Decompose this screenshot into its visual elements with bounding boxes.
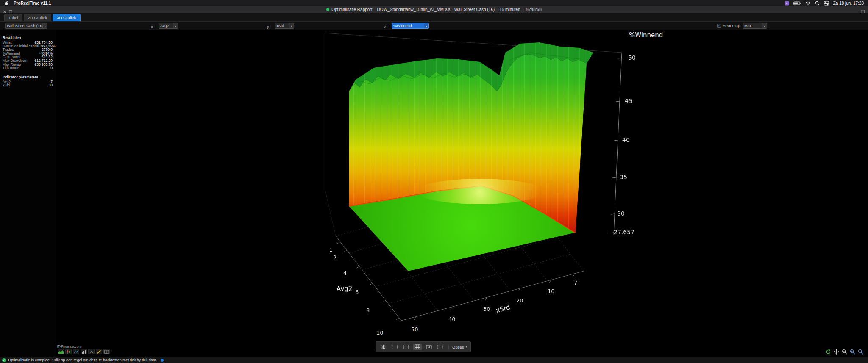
x-tick: 1 — [329, 247, 333, 253]
y-tick: 40 — [448, 316, 456, 322]
y-axis-value: xStd — [276, 24, 289, 28]
z-axis-title: %Winnend — [629, 31, 663, 39]
z-tick: 45 — [625, 97, 632, 104]
controls-bar: Wall Street Cash (1€) ▾ x : Avg2 ▾ y : x… — [0, 22, 868, 30]
y-axis-select[interactable]: xStd ▾ — [275, 23, 294, 29]
heatmap-mode-select[interactable]: Max ▾ — [743, 23, 767, 29]
snapshot-icon[interactable] — [425, 344, 433, 350]
success-check-icon: ✓ — [2, 358, 6, 362]
results-list: Winst €52 734,50 Return on initial capit… — [0, 41, 56, 70]
y-tick: 50 — [411, 326, 418, 333]
instrument-select[interactable]: Wall Street Cash (1€) ▾ — [5, 23, 47, 29]
grid-view-icon[interactable] — [413, 344, 422, 350]
x-axis-value: Avg2 — [160, 24, 173, 28]
heatmap-checkbox-label: Heat map — [723, 23, 740, 28]
result-row: xStd 38 — [0, 83, 56, 87]
tab-bar: Tabel 2D Grafiek 3D Grafiek — [0, 13, 868, 22]
zoom-in-icon[interactable] — [849, 349, 856, 355]
z-axis-value: %Winnend — [393, 24, 424, 28]
window-title: Optimalisatie Rapport – DOW_Standartabw_… — [331, 7, 541, 12]
result-value: €36 930,70 — [34, 63, 53, 67]
params-title: Indicator parameters — [0, 75, 56, 79]
line-chart-icon[interactable] — [73, 349, 79, 354]
control-center-icon[interactable] — [824, 1, 829, 6]
selection-zoom-icon[interactable] — [436, 344, 445, 350]
y-tick: 20 — [516, 297, 523, 304]
y-tick: 10 — [548, 288, 555, 294]
z-floor-tick: 27.657 — [614, 229, 634, 236]
text-tool-icon[interactable]: A — [88, 349, 95, 354]
wifi-icon[interactable] — [805, 1, 811, 6]
bar-chart-icon[interactable] — [81, 349, 87, 354]
x-tick: 10 — [376, 330, 384, 336]
results-title: Resultaten — [0, 36, 56, 40]
chart-type-toolbar: A — [58, 349, 110, 354]
surface-plot-canvas[interactable] — [56, 30, 868, 357]
chevron-down-icon: ▾ — [424, 23, 428, 28]
heatmap-toggle[interactable]: ✓ Heat map — [717, 23, 740, 28]
heatmap-mode-value: Max — [744, 24, 762, 28]
render-settings-icon[interactable] — [379, 344, 387, 350]
chevron-down-icon: ▾ — [42, 23, 47, 28]
x-tick: 6 — [355, 289, 359, 295]
y-tick: 7 — [574, 280, 577, 286]
status-text: Optimalisatie is compleet : Klik op een … — [8, 358, 157, 362]
z-tick: 40 — [622, 136, 630, 143]
surface-plot-area[interactable]: %Winnend 50 45 40 35 30 27.657 1 2 4 6 8… — [56, 30, 868, 357]
status-bar: ✓ Optimalisatie is compleet : Klik op ee… — [0, 357, 868, 363]
split-view-icon[interactable] — [402, 344, 410, 350]
status-indicator-dot — [161, 359, 164, 362]
chevron-down-icon: ▾ — [173, 23, 178, 28]
z-tick: 30 — [617, 210, 625, 217]
result-value: 38 — [49, 83, 53, 87]
pencil-icon[interactable] — [96, 349, 102, 354]
app-menu-name[interactable]: ProRealTime v11.1 — [14, 1, 51, 6]
app-status-icon[interactable] — [785, 1, 789, 6]
app-root: ProRealTime v11.1 Za 18 jun. 17:28 — [0, 0, 868, 363]
z-axis — [610, 53, 622, 235]
table-icon[interactable] — [103, 349, 110, 354]
single-view-icon[interactable] — [390, 344, 399, 350]
chevron-down-icon: ▾ — [762, 23, 767, 28]
x-tick: 8 — [366, 307, 370, 313]
result-row: Tick mode 0 — [0, 66, 56, 70]
area-chart-icon[interactable] — [58, 349, 64, 354]
x-tick: 2 — [333, 254, 337, 260]
instrument-value: Wall Street Cash (1€) — [7, 24, 42, 28]
zoom-area-icon[interactable] — [857, 349, 864, 355]
zoom-toolbar — [825, 349, 864, 355]
tab-3d-grafiek[interactable]: 3D Grafiek — [53, 14, 80, 21]
params-list: Avg2 7 xStd 38 — [0, 80, 56, 87]
z-tick: 50 — [628, 54, 636, 61]
report-status-dot — [326, 8, 329, 11]
x-axis-title: Avg2 — [337, 285, 352, 293]
battery-icon[interactable] — [793, 1, 801, 6]
options-button[interactable]: Opties ▼ — [448, 345, 467, 349]
pan-icon[interactable] — [833, 349, 840, 355]
results-sidebar: Resultaten Winst €52 734,50 Return on in… — [0, 30, 56, 357]
result-value: 0 — [50, 66, 53, 70]
menu-clock[interactable]: Za 18 jun. 17:28 — [833, 1, 864, 6]
search-icon[interactable] — [815, 1, 820, 6]
result-label: Tick mode — [3, 66, 19, 70]
reset-zoom-icon[interactable] — [825, 349, 832, 355]
z-axis-select[interactable]: %Winnend ▾ — [392, 23, 429, 29]
apple-logo-icon[interactable] — [4, 1, 8, 6]
result-label: xStd — [3, 83, 10, 87]
x-axis-select[interactable]: Avg2 ▾ — [159, 23, 178, 29]
zoom-out-icon[interactable] — [841, 349, 848, 355]
candlestick-icon[interactable] — [65, 349, 72, 354]
tab-2d-grafiek[interactable]: 2D Grafiek — [24, 14, 51, 21]
svg-text:A: A — [90, 350, 92, 354]
chevron-down-icon: ▾ — [289, 23, 294, 28]
watermark: IT-Finance.com — [57, 344, 82, 349]
window-title-bar: Optimalisatie Rapport – DOW_Standartabw_… — [0, 6, 868, 13]
tab-tabel[interactable]: Tabel — [4, 14, 22, 21]
heatmap-checkbox[interactable]: ✓ — [717, 24, 721, 28]
options-label: Opties — [452, 345, 464, 349]
menu-bar: ProRealTime v11.1 Za 18 jun. 17:28 — [0, 0, 868, 6]
x-tick: 4 — [343, 270, 347, 276]
y-tick: 30 — [483, 306, 490, 312]
chart-toolbar: Opties ▼ — [376, 341, 471, 352]
y-axis-label: y : — [267, 24, 271, 29]
